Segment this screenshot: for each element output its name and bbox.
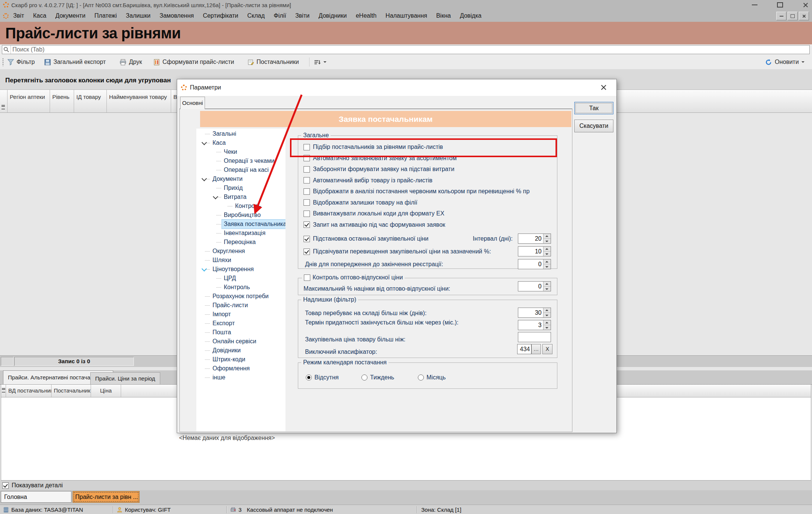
menu-item[interactable]: Довідники	[314, 10, 351, 22]
sort-menu-button[interactable]	[314, 55, 326, 69]
column-header-region[interactable]: Регіон аптеки	[8, 90, 50, 112]
spin-up-icon[interactable]	[543, 282, 551, 287]
tree-item[interactable]: Інвентаризація	[196, 229, 285, 238]
tree-item[interactable]: Розрахунок потреби	[196, 292, 285, 301]
spin-down-icon[interactable]	[543, 325, 551, 330]
radio-option-month[interactable]: Місяць	[418, 373, 446, 382]
chevron-down-icon[interactable]	[202, 140, 207, 145]
tree-item[interactable]: Шляхи	[196, 256, 285, 265]
column-header-level[interactable]: Рівень	[50, 90, 74, 112]
menu-item[interactable]: eHealth	[351, 10, 381, 22]
tree-item[interactable]: Довідники	[196, 346, 285, 355]
checkbox-row[interactable]: Вивантажувати локальні коди для формату …	[304, 209, 554, 218]
checkbox[interactable]	[304, 236, 310, 242]
checkbox[interactable]	[304, 188, 310, 195]
spin-up-icon[interactable]	[543, 320, 551, 325]
highlight-percent-spinner[interactable]: 10	[518, 246, 551, 256]
tree-item[interactable]: Операції на касі	[196, 165, 285, 174]
tree-item[interactable]: Витрата	[196, 193, 285, 202]
menu-item[interactable]: Звіт	[9, 10, 29, 22]
spin-up-icon[interactable]	[543, 308, 551, 313]
spin-down-icon[interactable]	[543, 252, 551, 256]
column-header-supplier[interactable]: Постачальник	[52, 385, 91, 397]
tree-item[interactable]: інше	[196, 373, 285, 382]
spinner-value[interactable]: 0	[518, 282, 543, 291]
tree-item[interactable]: Прихід	[196, 183, 285, 193]
suppliers-button[interactable]: Постачальники	[247, 55, 299, 69]
tree-item[interactable]: Переоцінка	[196, 238, 285, 247]
show-details-checkbox[interactable]	[2, 482, 9, 489]
print-button[interactable]: Друк	[120, 55, 142, 69]
tree-item[interactable]: Округлення	[196, 247, 285, 256]
radio-button[interactable]	[418, 375, 424, 381]
menu-item[interactable]: Документи	[51, 10, 90, 22]
checkbox-row[interactable]: Автоматичний вибір товару із прайс-листі…	[304, 176, 554, 185]
row-selector-header[interactable]	[0, 90, 8, 112]
tree-item[interactable]: Загальні	[196, 129, 285, 138]
tab-prices-by-period[interactable]: Прайси. Ціни за період	[90, 372, 160, 384]
menu-item[interactable]: Довідка	[455, 10, 486, 22]
expiry-months-spinner[interactable]: 3	[518, 320, 551, 330]
refresh-button[interactable]: Оновити	[765, 55, 804, 69]
export-button[interactable]: Загальний експорт	[44, 55, 106, 69]
spinner-value[interactable]: 20	[518, 234, 543, 243]
stock-days-spinner[interactable]: 30	[518, 308, 551, 318]
checkbox-row[interactable]: Відображати залишки товару на філії	[304, 198, 554, 207]
tree-item[interactable]: Документи	[196, 174, 285, 183]
spinner-value[interactable]: 0	[518, 259, 543, 269]
search-input[interactable]	[11, 45, 809, 54]
menu-item[interactable]: Налаштування	[381, 10, 432, 22]
tree-item[interactable]: ЦРД	[196, 274, 285, 283]
column-header-price[interactable]: Ціна	[91, 385, 121, 397]
checkbox[interactable]	[304, 177, 310, 183]
checkbox[interactable]	[304, 221, 310, 228]
tree-item[interactable]: Штрих-коди	[196, 355, 285, 364]
tree-item[interactable]: Імпорт	[196, 310, 285, 319]
checkbox[interactable]	[304, 249, 310, 255]
spin-up-icon[interactable]	[543, 234, 551, 239]
search-box[interactable]	[2, 45, 810, 54]
days-warning-spinner[interactable]: 0	[518, 259, 551, 269]
radio-option-week[interactable]: Тиждень	[361, 373, 394, 382]
mdi-restore-button[interactable]	[788, 12, 798, 20]
spin-down-icon[interactable]	[543, 264, 551, 269]
checkbox-row[interactable]: Запит на активацію під час формування за…	[304, 220, 554, 229]
menu-item[interactable]: Філії	[269, 10, 291, 22]
tree-item[interactable]: Виробництво	[196, 211, 285, 220]
checkbox[interactable]	[304, 199, 310, 206]
mdi-minimize-button[interactable]	[776, 12, 786, 20]
checkbox-row[interactable]: Відображати в аналізі постачання червони…	[304, 187, 554, 196]
max-markup-spinner[interactable]: 0	[518, 281, 551, 291]
classifier-clear-button[interactable]: X	[542, 344, 552, 354]
spinner-value[interactable]: 30	[518, 308, 543, 317]
chevron-down-icon[interactable]	[213, 194, 218, 199]
tab-pricelists-by-levels[interactable]: Прайс-листи за рівн ...	[73, 491, 140, 503]
filter-button[interactable]: Фільтр	[8, 55, 35, 69]
checkbox[interactable]	[304, 166, 310, 173]
column-header-product-name[interactable]: Найменування товару	[107, 90, 171, 112]
menu-item[interactable]: Вікна	[432, 10, 455, 22]
tree-item[interactable]: Ціноутворення	[196, 265, 285, 274]
dialog-titlebar[interactable]: Параметри	[177, 79, 616, 96]
tree-item[interactable]: Чеки	[196, 147, 285, 156]
close-icon[interactable]	[600, 84, 607, 91]
tree-item[interactable]: Пошта	[196, 328, 285, 337]
tree-item[interactable]: Контроль	[196, 283, 285, 292]
interval-spinner[interactable]: 20	[518, 233, 551, 244]
spinner-value[interactable]: 3	[518, 320, 543, 330]
chevron-down-icon[interactable]	[202, 266, 207, 271]
classifier-browse-button[interactable]: …	[531, 344, 541, 354]
tab-home[interactable]: Головна	[1, 491, 71, 503]
tree-item[interactable]: Експорт	[196, 319, 285, 328]
menu-item[interactable]: Платежі	[90, 10, 121, 22]
tree-item[interactable]: Оформлення	[196, 364, 285, 373]
tab-osnovni[interactable]: Основні	[180, 97, 205, 109]
radio-option-absent[interactable]: Відсутня	[306, 373, 338, 382]
tree-item[interactable]: Заявка постачальникам	[196, 220, 285, 229]
checkbox-row[interactable]: Забороняти формувати заявку на підставі …	[304, 165, 554, 174]
mdi-close-button[interactable]	[799, 12, 809, 20]
generate-pricelists-button[interactable]: Сформувати прайс-листи	[153, 55, 234, 69]
spin-down-icon[interactable]	[543, 287, 551, 291]
tree-item[interactable]: Каса	[196, 138, 285, 147]
checkbox-row[interactable]: Підстановка останньої закупівельної ціни	[304, 233, 428, 244]
